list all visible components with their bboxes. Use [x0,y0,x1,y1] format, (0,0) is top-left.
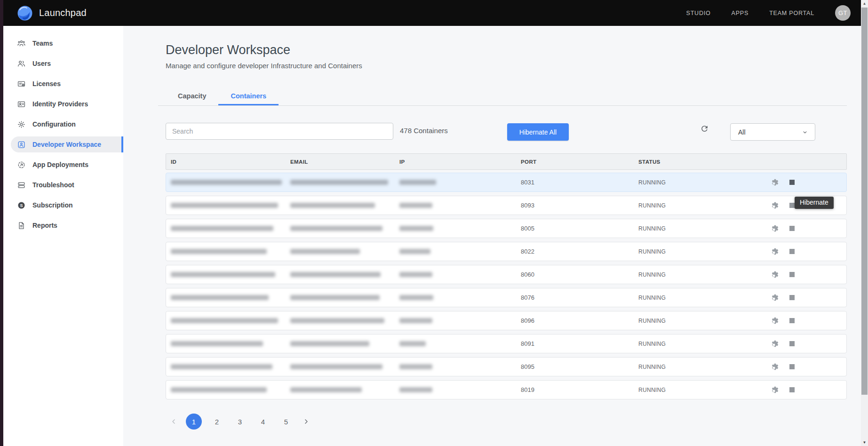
row-port: 8076 [517,294,635,301]
page-button-1[interactable]: 1 [186,414,202,430]
table-row[interactable]: 8076 RUNNING [166,288,847,307]
stop-icon[interactable] [789,272,795,277]
row-email-redacted [290,341,369,346]
search-input[interactable] [166,123,393,140]
nav-studio[interactable]: STUDIO [686,10,711,16]
table-row[interactable]: 8096 RUNNING [166,311,847,330]
row-id-redacted [171,387,267,392]
configuration-icon [17,120,25,128]
page-subtitle: Manage and configure developer Infrastru… [166,62,362,70]
stop-icon[interactable] [789,180,795,185]
tab-containers[interactable]: Containers [218,86,279,105]
table-row[interactable]: 8095 RUNNING [166,357,847,376]
nav-apps[interactable]: APPS [732,10,749,16]
stop-icon[interactable] [789,226,795,231]
sidebar-item-identity-providers[interactable]: Identity Providers [3,96,123,112]
stop-icon[interactable] [789,249,795,254]
stop-icon[interactable] [789,364,795,369]
sidebar-item-label: Users [32,60,51,67]
sidebar-item-label: App Deployments [32,161,88,168]
settings-gear-icon[interactable] [771,317,780,325]
sidebar-item-troubleshoot[interactable]: Troubleshoot [3,177,123,193]
row-email-redacted [290,318,384,323]
sidebar: Teams Users Licenses Identity Providers … [3,26,123,446]
launchpad-wave-icon [17,5,33,21]
settings-gear-icon[interactable] [771,224,780,233]
scroll-down-icon[interactable]: ▼ [861,439,868,446]
row-email-redacted [290,203,375,208]
stop-icon[interactable] [789,387,795,392]
chevron-right-icon[interactable] [301,414,311,430]
sidebar-item-configuration[interactable]: Configuration [3,116,123,132]
row-port: 8060 [517,271,635,278]
table-row[interactable]: 8060 RUNNING [166,265,847,284]
sidebar-item-developer-workspace[interactable]: Developer Workspace [11,136,123,152]
row-status: RUNNING [635,271,743,278]
user-avatar[interactable]: GT [835,5,851,21]
top-header: Launchpad STUDIO APPS TEAM PORTAL GT [0,0,861,26]
column-header-port: PORT [517,159,635,165]
app-logo[interactable]: Launchpad [17,5,87,21]
sidebar-item-users[interactable]: Users [3,56,123,72]
sidebar-item-label: Licenses [32,80,61,88]
sidebar-item-teams[interactable]: Teams [3,35,123,51]
sidebar-item-licenses[interactable]: Licenses [3,76,123,92]
settings-gear-icon[interactable] [771,247,780,256]
settings-gear-icon[interactable] [771,363,780,371]
row-port: 8022 [517,248,635,255]
table-row[interactable]: 8031 RUNNING [166,173,847,192]
app-deployments-icon [17,161,25,169]
filter-dropdown[interactable]: All [730,123,815,141]
row-status: RUNNING [635,179,743,186]
stop-icon[interactable] [789,341,795,346]
scrollbar-thumb[interactable] [861,8,868,395]
row-email-redacted [290,387,362,392]
row-email-redacted [290,180,388,185]
settings-gear-icon[interactable] [771,271,780,279]
sidebar-item-label: Subscription [32,201,73,209]
table-row[interactable]: 8022 RUNNING [166,242,847,261]
sidebar-item-label: Reports [32,222,57,229]
app-root: Launchpad STUDIO APPS TEAM PORTAL GT Tea… [0,0,868,446]
scroll-up-icon[interactable]: ▲ [861,0,868,7]
row-ip-redacted [399,364,432,369]
page-button-4[interactable]: 4 [255,414,271,430]
sidebar-item-app-deployments[interactable]: App Deployments [3,157,123,173]
licenses-icon [17,80,25,88]
stop-icon[interactable] [789,203,795,208]
page-button-2[interactable]: 2 [209,414,225,430]
row-id-redacted [171,272,275,277]
settings-gear-icon[interactable] [771,340,780,348]
troubleshoot-icon [17,181,25,189]
row-port: 8091 [517,340,635,347]
table-row[interactable]: 8093 RUNNING [166,196,847,215]
table-header: ID EMAIL IP PORT STATUS [166,153,847,170]
chevron-left-icon[interactable] [168,414,179,430]
page-button-3[interactable]: 3 [232,414,248,430]
row-email-redacted [290,249,360,254]
settings-gear-icon[interactable] [771,201,780,210]
hibernate-all-button[interactable]: Hibernate All [507,123,569,141]
row-email-redacted [290,295,380,300]
row-ip-redacted [399,203,432,208]
column-header-id: ID [166,159,287,165]
chevron-down-icon [802,129,808,135]
settings-gear-icon[interactable] [771,178,780,187]
settings-gear-icon[interactable] [771,294,780,302]
settings-gear-icon[interactable] [771,386,780,394]
stop-icon[interactable] [789,318,795,323]
table-row[interactable]: 8019 RUNNING [166,380,847,399]
row-status: RUNNING [635,387,743,393]
refresh-icon[interactable] [698,123,710,135]
column-header-ip: IP [396,159,517,165]
nav-team-portal[interactable]: TEAM PORTAL [769,10,814,16]
stop-icon[interactable] [789,295,795,300]
table-row[interactable]: 8091 RUNNING [166,334,847,353]
table-row[interactable]: 8005 RUNNING [166,219,847,238]
sidebar-item-label: Teams [32,40,53,47]
sidebar-item-reports[interactable]: Reports [3,217,123,233]
page-button-5[interactable]: 5 [278,414,294,430]
sidebar-item-subscription[interactable]: S Subscription [3,197,123,213]
top-nav: STUDIO APPS TEAM PORTAL GT [686,5,851,21]
tab-capacity[interactable]: Capacity [166,86,218,105]
